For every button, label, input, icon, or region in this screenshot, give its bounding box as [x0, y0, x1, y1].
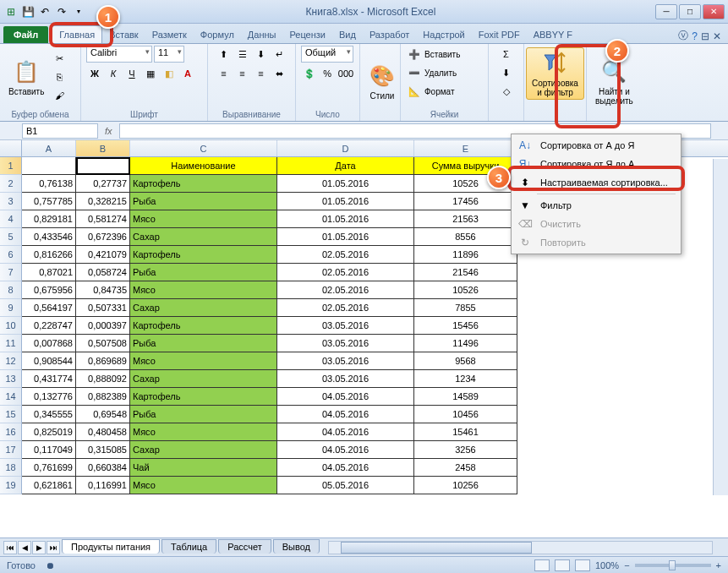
tab-insert[interactable]: Вставк [102, 26, 145, 43]
menu-filter[interactable]: ▼ Фильтр [513, 196, 679, 215]
cell-header[interactable]: Дата [277, 157, 414, 175]
cell[interactable]: 04.05.2016 [277, 459, 414, 477]
cell[interactable]: Сахар [130, 228, 277, 246]
cell[interactable]: 3256 [414, 441, 517, 459]
cell[interactable]: 0,621861 [22, 477, 76, 494]
save-icon[interactable]: 💾 [20, 4, 36, 19]
wrap-text-icon[interactable]: ↵ [271, 46, 288, 63]
cell[interactable]: 21563 [414, 210, 517, 228]
row-header[interactable]: 8 [0, 281, 22, 299]
cell[interactable]: Рыба [130, 335, 277, 352]
merge-icon[interactable]: ⬌ [271, 65, 288, 82]
percent-icon[interactable]: % [320, 65, 337, 82]
font-size-combo[interactable]: 11 [154, 46, 184, 63]
cell[interactable]: 0,433546 [22, 228, 76, 246]
sheet-tab[interactable]: Рассчет [218, 539, 271, 554]
qat-more-icon[interactable]: ▾ [71, 4, 86, 19]
cell[interactable]: 03.05.2016 [277, 317, 414, 335]
row-header[interactable]: 3 [0, 193, 22, 210]
font-color-button[interactable]: A [179, 65, 196, 82]
cell[interactable]: 0,908544 [22, 352, 76, 370]
styles-button[interactable]: 🎨 Стили [365, 61, 399, 102]
cell[interactable]: 0,328215 [76, 193, 130, 210]
cell[interactable]: 0,421079 [76, 246, 130, 264]
cell[interactable]: Чай [130, 459, 277, 477]
cell[interactable]: 0,000397 [76, 317, 130, 335]
tab-formulas[interactable]: Формул [194, 26, 241, 43]
cell[interactable]: 0,829181 [22, 210, 76, 228]
align-left-icon[interactable]: ≡ [216, 65, 233, 82]
cell[interactable]: 0,480458 [76, 423, 130, 441]
macro-record-icon[interactable]: ⏺ [46, 560, 55, 570]
format-cells-icon[interactable]: 📐 [406, 83, 423, 100]
cell[interactable]: 02.05.2016 [277, 281, 414, 299]
sheet-tab[interactable]: Таблица [161, 539, 216, 554]
cell[interactable]: Мясо [130, 281, 277, 299]
col-header-a[interactable]: A [22, 140, 76, 156]
cell[interactable]: Рыба [130, 193, 277, 210]
normal-view-button[interactable] [534, 559, 550, 571]
cell[interactable]: 0,507508 [76, 335, 130, 352]
sort-filter-button[interactable]: Сортировка и фильтр [526, 47, 584, 100]
cell[interactable]: 0,675956 [22, 281, 76, 299]
comma-icon[interactable]: 000 [337, 65, 354, 82]
clear-icon[interactable]: ◇ [498, 83, 515, 100]
align-center-icon[interactable]: ≡ [234, 65, 251, 82]
cell[interactable]: 04.05.2016 [277, 423, 414, 441]
cell[interactable]: Мясо [130, 423, 277, 441]
menu-sort-za[interactable]: Я↓ Сортировка от Я до А [513, 155, 679, 173]
row-header[interactable]: 1 [0, 157, 22, 175]
cell[interactable]: 0,116991 [76, 477, 130, 494]
cell[interactable]: 03.05.2016 [277, 335, 414, 352]
cell[interactable]: 0,761699 [22, 459, 76, 477]
cell[interactable]: 03.05.2016 [277, 370, 414, 388]
cell[interactable] [22, 157, 76, 175]
sheet-nav-next[interactable]: ▶ [32, 541, 46, 554]
col-header-d[interactable]: D [277, 140, 414, 156]
cell[interactable]: 0,84735 [76, 281, 130, 299]
copy-icon[interactable]: ⎘ [51, 68, 68, 85]
font-name-combo[interactable]: Calibri [86, 46, 152, 63]
cell[interactable]: 15456 [414, 317, 517, 335]
cell[interactable]: 01.05.2016 [277, 228, 414, 246]
cell[interactable]: 17456 [414, 193, 517, 210]
cell[interactable]: Сахар [130, 441, 277, 459]
cell[interactable]: 0,888092 [76, 370, 130, 388]
cell[interactable]: 10456 [414, 406, 517, 423]
cell[interactable]: Рыба [130, 406, 277, 423]
col-header-e[interactable]: E [414, 140, 517, 156]
mdi-close-icon[interactable]: ✕ [713, 30, 721, 42]
cell[interactable]: 10256 [414, 477, 517, 494]
row-header[interactable]: 18 [0, 459, 22, 477]
row-header[interactable]: 2 [0, 175, 22, 193]
cell[interactable]: 14589 [414, 388, 517, 406]
cell[interactable]: 02.05.2016 [277, 264, 414, 281]
help-icon[interactable]: ? [692, 30, 698, 42]
select-all-corner[interactable] [0, 140, 22, 156]
cell[interactable]: 0,825019 [22, 423, 76, 441]
zoom-out-button[interactable]: − [624, 560, 629, 570]
number-format-combo[interactable]: Общий [301, 46, 353, 63]
sheet-tab[interactable]: Вывод [273, 539, 320, 554]
cell[interactable]: Картофель [130, 175, 277, 193]
row-header[interactable]: 12 [0, 352, 22, 370]
tab-view[interactable]: Вид [332, 26, 363, 43]
cell[interactable]: 0,228747 [22, 317, 76, 335]
sheet-nav-last[interactable]: ⏭ [47, 541, 60, 554]
ribbon-minimize-icon[interactable]: ⓥ [678, 29, 688, 43]
cell[interactable]: Мясо [130, 477, 277, 494]
fx-icon[interactable]: fx [105, 126, 112, 136]
sheet-nav-prev[interactable]: ◀ [18, 541, 31, 554]
row-header[interactable]: 5 [0, 228, 22, 246]
name-box[interactable]: B1 [22, 123, 98, 139]
align-bottom-icon[interactable]: ⬇ [253, 46, 270, 63]
currency-icon[interactable]: 💲 [301, 65, 318, 82]
cell[interactable]: 11896 [414, 246, 517, 264]
cell[interactable]: 04.05.2016 [277, 406, 414, 423]
cell[interactable]: 05.05.2016 [277, 477, 414, 494]
cell[interactable]: 02.05.2016 [277, 246, 414, 264]
cell[interactable]: 2458 [414, 459, 517, 477]
maximize-button[interactable]: □ [679, 4, 701, 19]
autosum-icon[interactable]: Σ [498, 46, 515, 63]
row-header[interactable]: 19 [0, 477, 22, 494]
